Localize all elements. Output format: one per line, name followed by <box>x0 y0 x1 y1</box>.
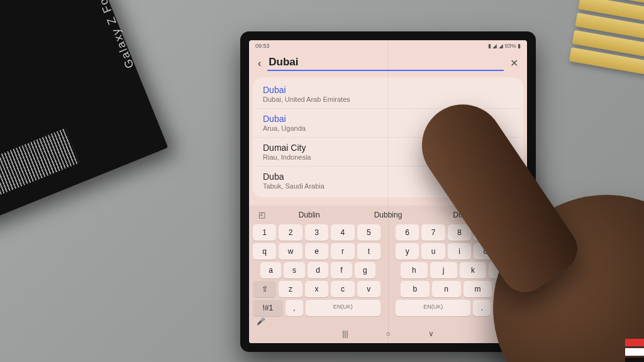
key-s[interactable]: s <box>284 262 304 278</box>
key-b[interactable]: b <box>401 281 430 297</box>
clear-button[interactable]: ✕ <box>510 57 518 69</box>
key-y[interactable]: y <box>396 243 419 260</box>
status-right: ▮ ◢ ◢ 93% ▮ <box>488 43 521 49</box>
key-w[interactable]: w <box>279 243 302 260</box>
product-box: Galaxy Z Fold6 <box>0 0 168 225</box>
battery-icon: ▮ <box>518 43 521 49</box>
keyboard-left: 1 2 3 4 5 q w e r t <box>253 224 380 316</box>
key-c[interactable]: c <box>331 281 354 297</box>
key-shift[interactable]: ⇧ <box>253 281 276 297</box>
key-5[interactable]: 5 <box>357 224 380 241</box>
key-r[interactable]: r <box>331 243 354 260</box>
key-f[interactable]: f <box>331 262 352 278</box>
keyboard-toolbar-icon[interactable]: ◰ <box>255 209 268 221</box>
nav-recent[interactable]: ||| <box>342 329 348 338</box>
nav-back[interactable]: ∨ <box>428 329 434 338</box>
key-9[interactable]: 9 <box>474 224 497 241</box>
result-title: Dubai <box>263 114 513 124</box>
key-8[interactable]: 8 <box>448 224 471 241</box>
phone-screen: 09:53 ▮ ◢ ◢ 93% ▮ ‹ ✕ Dubai Dubai, Unite… <box>249 40 527 343</box>
keyboard: ◰ Dublin Dubbing Dubious ⋯ 1 2 3 4 5 <box>249 206 527 343</box>
key-z[interactable]: z <box>279 281 302 297</box>
keyboard-right: 6 7 8 9 0 y u i o p <box>396 224 523 316</box>
key-d[interactable]: d <box>308 262 328 278</box>
key-6[interactable]: 6 <box>396 224 419 241</box>
key-1[interactable]: 1 <box>253 224 276 241</box>
key-i[interactable]: i <box>448 243 471 260</box>
status-bar: 09:53 ▮ ◢ ◢ 93% ▮ <box>249 40 527 52</box>
signal-icon: ▮ ◢ ◢ <box>488 43 505 49</box>
status-time: 09:53 <box>255 43 270 49</box>
key-7[interactable]: 7 <box>421 224 445 241</box>
key-x[interactable]: x <box>305 281 328 297</box>
results-area: Dubai Dubai, United Arab Emirates Dubai … <box>249 77 527 206</box>
result-title: Dumai City <box>263 143 513 153</box>
corner-logo <box>625 337 644 362</box>
key-search[interactable]: 🔍 <box>493 300 523 316</box>
key-j[interactable]: j <box>430 262 457 278</box>
key-v[interactable]: v <box>357 281 380 297</box>
keyboard-split: 1 2 3 4 5 q w e r t <box>253 224 523 316</box>
key-m[interactable]: m <box>464 281 492 297</box>
key-k[interactable]: k <box>460 262 487 278</box>
key-period[interactable]: . <box>473 300 491 316</box>
key-o[interactable]: o <box>474 243 497 260</box>
key-4[interactable]: 4 <box>331 224 354 241</box>
more-icon[interactable]: ⋯ <box>508 209 521 221</box>
system-nav-bar: ||| ○ ∨ <box>253 327 523 338</box>
key-0[interactable]: 0 <box>500 224 523 241</box>
key-comma[interactable]: , <box>286 300 303 316</box>
key-space-left[interactable]: EN(UK) <box>306 300 380 316</box>
results-card: Dubai Dubai, United Arab Emirates Dubai … <box>253 77 523 197</box>
mic-row: 🎤 <box>253 316 523 327</box>
battery-text: 93% <box>504 43 516 49</box>
key-e[interactable]: e <box>305 243 328 260</box>
key-t[interactable]: t <box>357 243 380 260</box>
key-n[interactable]: n <box>432 281 461 297</box>
key-space-right[interactable]: EN(UK) <box>396 300 470 316</box>
key-p[interactable]: p <box>500 243 523 260</box>
key-l[interactable]: l <box>489 262 516 278</box>
key-a[interactable]: a <box>260 262 281 278</box>
key-u[interactable]: u <box>421 243 445 260</box>
search-row: ‹ ✕ <box>249 52 527 77</box>
scene: Galaxy Z Fold6 09:53 ▮ ◢ ◢ 93% ▮ ‹ ✕ <box>0 0 644 362</box>
result-sub: Arua, Uganda <box>263 124 513 132</box>
mic-icon[interactable]: 🎤 <box>257 317 265 326</box>
suggestion[interactable]: Dubious <box>430 209 504 221</box>
nav-home[interactable]: ○ <box>386 329 391 338</box>
search-input[interactable] <box>267 55 504 71</box>
phone-frame: 09:53 ▮ ◢ ◢ 93% ▮ ‹ ✕ Dubai Dubai, Unite… <box>240 31 536 352</box>
result-sub: Riau, Indonesia <box>263 153 513 161</box>
box-brand-text: Galaxy Z Fold6 <box>89 0 137 70</box>
suggestion[interactable]: Dubbing <box>350 209 425 221</box>
result-sub: Tabuk, Saudi Arabia <box>263 182 513 190</box>
result-title: Duba <box>263 172 513 182</box>
key-h[interactable]: h <box>401 262 428 278</box>
result-item[interactable]: Dubai Arua, Uganda <box>253 109 523 138</box>
result-item[interactable]: Dubai Dubai, United Arab Emirates <box>253 80 523 109</box>
key-2[interactable]: 2 <box>279 224 302 241</box>
key-3[interactable]: 3 <box>305 224 328 241</box>
suggestion-row: ◰ Dublin Dubbing Dubious ⋯ <box>253 208 523 224</box>
result-sub: Dubai, United Arab Emirates <box>263 96 513 103</box>
box-barcode <box>0 128 79 199</box>
key-q[interactable]: q <box>253 243 276 260</box>
wood-prop <box>567 0 644 89</box>
back-button[interactable]: ‹ <box>258 58 261 69</box>
result-item[interactable]: Dumai City Riau, Indonesia <box>253 138 523 167</box>
key-backspace[interactable]: ⌫ <box>494 281 523 297</box>
key-symbols[interactable]: !#1 <box>253 300 283 316</box>
key-g[interactable]: g <box>355 262 375 278</box>
result-item[interactable]: Duba Tabuk, Saudi Arabia <box>253 167 523 195</box>
suggestion[interactable]: Dublin <box>272 209 347 221</box>
result-title: Dubai <box>263 85 513 95</box>
